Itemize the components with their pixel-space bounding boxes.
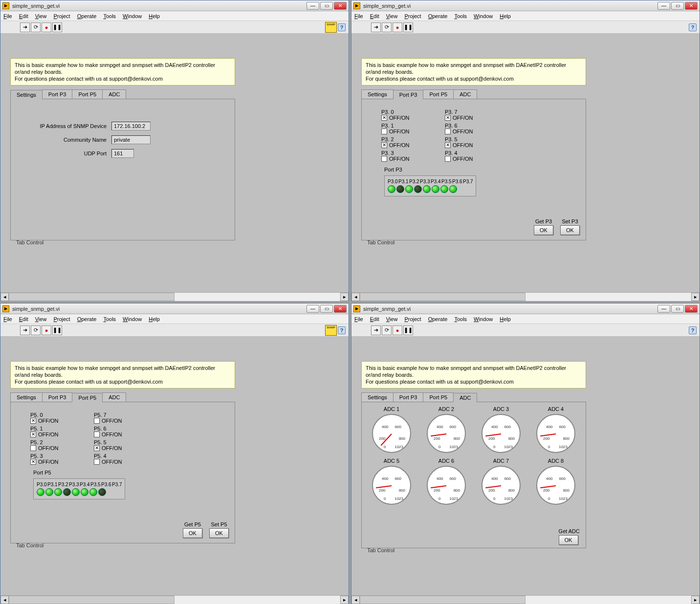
checkbox-P5.7[interactable] bbox=[94, 418, 100, 424]
checkbox-P3.1[interactable] bbox=[381, 129, 387, 134]
menu-edit[interactable]: Edit bbox=[19, 13, 28, 19]
menu-edit[interactable]: Edit bbox=[19, 316, 28, 322]
menu-project[interactable]: Project bbox=[53, 316, 70, 322]
checkbox-P3.4[interactable] bbox=[445, 156, 451, 162]
scroll-right-icon[interactable]: ▸ bbox=[340, 293, 349, 301]
get-p3-button[interactable]: OK bbox=[534, 225, 553, 235]
titlebar[interactable]: ▶ simple_snmp_get.vi — ▭ ✕ bbox=[351, 303, 700, 314]
get-adc-button[interactable]: OK bbox=[559, 535, 578, 545]
menu-window[interactable]: Window bbox=[474, 316, 493, 322]
minimize-button[interactable]: — bbox=[657, 305, 670, 313]
checkbox-P5.6[interactable] bbox=[94, 431, 100, 437]
menu-file[interactable]: File bbox=[3, 13, 12, 19]
tab-settings[interactable]: Settings bbox=[361, 392, 394, 402]
checkbox-P3.3[interactable] bbox=[381, 156, 387, 162]
menu-operate[interactable]: Operate bbox=[428, 13, 448, 19]
checkbox-P5.3[interactable]: ✕ bbox=[30, 459, 36, 465]
h-scrollbar[interactable]: ◂ ▸ bbox=[0, 292, 349, 301]
abort-button[interactable]: ● bbox=[393, 325, 402, 335]
menu-help[interactable]: Help bbox=[149, 13, 160, 19]
minimize-button[interactable]: — bbox=[657, 2, 670, 10]
checkbox-P3.6[interactable] bbox=[445, 129, 451, 134]
checkbox-P5.2[interactable] bbox=[30, 445, 36, 451]
checkbox-P3.2[interactable]: ✕ bbox=[381, 142, 387, 148]
titlebar[interactable]: ▶ simple_snmp_get.vi — ▭ ✕ bbox=[0, 0, 349, 11]
menu-edit[interactable]: Edit bbox=[370, 316, 379, 322]
menu-help[interactable]: Help bbox=[500, 316, 511, 322]
scroll-left-icon[interactable]: ◂ bbox=[0, 293, 9, 301]
tab-port-p3[interactable]: Port P3 bbox=[393, 392, 424, 402]
get-p5-button[interactable]: OK bbox=[183, 528, 202, 538]
run-cont-button[interactable]: ⟳ bbox=[31, 325, 41, 335]
menu-view[interactable]: View bbox=[35, 316, 47, 322]
checkbox-P5.0[interactable]: ✕ bbox=[30, 418, 36, 424]
h-scrollbar[interactable]: ◂▸ bbox=[0, 595, 349, 604]
tab-adc[interactable]: ADC bbox=[453, 393, 477, 402]
close-button[interactable]: ✕ bbox=[685, 305, 698, 313]
menu-operate[interactable]: Operate bbox=[77, 316, 97, 322]
help-icon[interactable]: ? bbox=[338, 326, 346, 334]
set-p3-button[interactable]: OK bbox=[560, 225, 580, 235]
tab-port-p3[interactable]: Port P3 bbox=[393, 90, 424, 99]
titlebar[interactable]: ▶ simple_snmp_get.vi — ▭ ✕ bbox=[351, 0, 700, 11]
menu-help[interactable]: Help bbox=[500, 13, 511, 19]
udp-input[interactable]: 161 bbox=[111, 149, 134, 158]
menu-view[interactable]: View bbox=[386, 13, 398, 19]
menu-window[interactable]: Window bbox=[123, 13, 142, 19]
menu-help[interactable]: Help bbox=[149, 316, 160, 322]
maximize-button[interactable]: ▭ bbox=[320, 305, 333, 313]
tab-port-p5[interactable]: Port P5 bbox=[423, 89, 454, 99]
menu-file[interactable]: File bbox=[354, 13, 363, 19]
menu-operate[interactable]: Operate bbox=[428, 316, 448, 322]
pause-button[interactable]: ❚❚ bbox=[52, 22, 62, 32]
close-button[interactable]: ✕ bbox=[334, 2, 347, 10]
menu-view[interactable]: View bbox=[35, 13, 47, 19]
h-scrollbar[interactable]: ◂▸ bbox=[351, 595, 700, 604]
tab-port-p3[interactable]: Port P3 bbox=[42, 89, 73, 99]
tab-settings[interactable]: Settings bbox=[10, 392, 43, 402]
menu-tools[interactable]: Tools bbox=[454, 13, 467, 19]
tab-port-p5[interactable]: Port P5 bbox=[72, 89, 103, 99]
run-button[interactable]: ➜ bbox=[20, 325, 30, 335]
checkbox-P5.5[interactable]: ✕ bbox=[94, 445, 100, 451]
pause-button[interactable]: ❚❚ bbox=[403, 22, 413, 32]
close-button[interactable]: ✕ bbox=[685, 2, 698, 10]
run-cont-button[interactable]: ⟳ bbox=[382, 325, 392, 335]
tab-port-p5[interactable]: Port P5 bbox=[423, 392, 454, 402]
help-icon[interactable]: ? bbox=[338, 23, 346, 31]
menu-view[interactable]: View bbox=[386, 316, 398, 322]
minimize-button[interactable]: — bbox=[306, 2, 319, 10]
menu-file[interactable]: File bbox=[3, 316, 12, 322]
checkbox-P3.5[interactable]: ✕ bbox=[445, 142, 451, 148]
menu-tools[interactable]: Tools bbox=[454, 316, 467, 322]
menu-edit[interactable]: Edit bbox=[370, 13, 379, 19]
menu-file[interactable]: File bbox=[354, 316, 363, 322]
ip-input[interactable]: 172.16.100.2 bbox=[111, 122, 151, 130]
menu-project[interactable]: Project bbox=[53, 13, 70, 19]
maximize-button[interactable]: ▭ bbox=[671, 2, 684, 10]
run-cont-button[interactable]: ⟳ bbox=[382, 22, 392, 32]
help-icon[interactable]: ? bbox=[689, 23, 697, 31]
checkbox-P5.4[interactable] bbox=[94, 459, 100, 465]
menu-tools[interactable]: Tools bbox=[103, 13, 116, 19]
tab-adc[interactable]: ADC bbox=[102, 392, 126, 402]
menu-project[interactable]: Project bbox=[404, 316, 421, 322]
menu-window[interactable]: Window bbox=[474, 13, 493, 19]
checkbox-P3.7[interactable]: ✕ bbox=[445, 115, 451, 121]
tab-port-p5[interactable]: Port P5 bbox=[72, 393, 103, 402]
run-button[interactable]: ➜ bbox=[371, 325, 381, 335]
maximize-button[interactable]: ▭ bbox=[671, 305, 684, 313]
checkbox-P3.0[interactable]: ✕ bbox=[381, 115, 387, 121]
run-button[interactable]: ➜ bbox=[371, 22, 381, 32]
close-button[interactable]: ✕ bbox=[334, 305, 347, 313]
run-cont-button[interactable]: ⟳ bbox=[31, 22, 41, 32]
menu-project[interactable]: Project bbox=[404, 13, 421, 19]
pause-button[interactable]: ❚❚ bbox=[52, 325, 62, 335]
tab-adc[interactable]: ADC bbox=[453, 89, 477, 99]
menu-operate[interactable]: Operate bbox=[77, 13, 97, 19]
minimize-button[interactable]: — bbox=[306, 305, 319, 313]
tab-port-p3[interactable]: Port P3 bbox=[42, 392, 73, 402]
menu-window[interactable]: Window bbox=[123, 316, 142, 322]
help-icon[interactable]: ? bbox=[689, 326, 697, 334]
community-input[interactable]: private bbox=[111, 135, 151, 144]
